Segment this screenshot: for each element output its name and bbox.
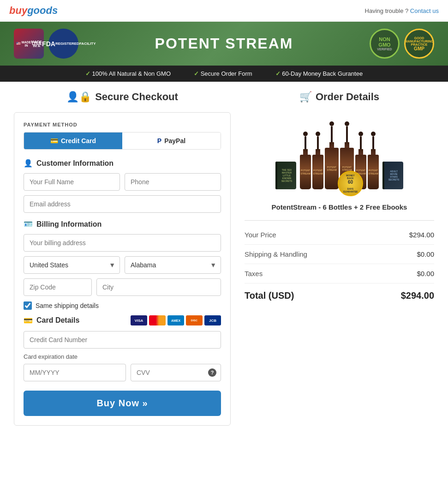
cvv-help-icon[interactable]: ? — [208, 368, 216, 377]
credit-card-tab-label: Credit Card — [61, 137, 96, 145]
person-icon: 👤 — [24, 159, 33, 168]
bottle-6: POTENTSTREAM — [368, 132, 379, 189]
total-label: Total (USD) — [245, 290, 294, 301]
product-name-text: PotentStream - 6 Bottles + 2 Free Ebooks — [245, 203, 434, 211]
customer-info-title: 👤 Customer Information — [24, 159, 221, 168]
trouble-text: Having trouble ? — [365, 7, 409, 14]
paypal-tab-label: PayPal — [164, 137, 185, 145]
phone-input[interactable] — [125, 173, 221, 191]
taxes-value: $0.00 — [417, 270, 434, 277]
discover-icon: DISC — [186, 315, 203, 325]
credit-card-tab[interactable]: 💳 Credit Card — [24, 133, 122, 149]
nongmo-line2: GMO — [378, 42, 390, 48]
bottle-2: POTENTSTREAM — [312, 132, 323, 189]
site-header: buygoods Having trouble ? Contact us — [0, 0, 448, 22]
checkout-title: 👤🔒 Secure Checkout — [14, 91, 231, 103]
email-input[interactable] — [24, 195, 221, 213]
total-value: $294.00 — [401, 290, 434, 301]
ebook-1: THE SEX MASTERLITTLE KNOWNSECRETS — [275, 162, 296, 189]
bottle-1: POTENTSTREAM — [300, 132, 311, 189]
card-number-input[interactable] — [24, 331, 221, 349]
main-content: 👤🔒 Secure Checkout PAYMENT METHOD 💳 Cred… — [0, 82, 448, 435]
gmp-line2: MANUFACTURING — [405, 40, 434, 43]
zip-input[interactable] — [24, 278, 92, 296]
secure-icon: 👤🔒 — [66, 91, 91, 103]
paypal-icon: P — [157, 137, 161, 145]
shipping-row: Shipping & Handling $0.00 — [245, 245, 434, 264]
non-gmo-badge: NON GMO VERIFIED — [370, 29, 400, 59]
zip-city-row — [24, 278, 221, 296]
trust-item-3: 60-Day Money Back Gurantee — [275, 70, 363, 77]
contact-link[interactable]: Contact us — [410, 7, 439, 14]
name-phone-row — [24, 173, 221, 191]
bottle-3: POTENTSTREAM — [325, 121, 339, 189]
same-shipping-row: Same shipping details — [24, 301, 221, 310]
site-logo: buygoods — [9, 5, 58, 17]
paypal-tab[interactable]: P PayPal — [122, 133, 221, 149]
total-row: Total (USD) $294.00 — [245, 283, 434, 308]
card-number-row — [24, 331, 221, 349]
expiry-input[interactable] — [24, 364, 126, 381]
full-name-input[interactable] — [24, 173, 120, 191]
taxes-row: Taxes $0.00 — [245, 264, 434, 283]
country-wrapper: United States Canada United Kingdom Aust… — [24, 256, 120, 274]
payment-tabs: 💳 Credit Card P PayPal — [24, 132, 221, 150]
fda-line2: FDA — [42, 40, 55, 48]
billing-icon: 🪪 — [24, 220, 33, 229]
your-price-label: Your Price — [245, 231, 276, 239]
taxes-label: Taxes — [245, 270, 263, 277]
product-visual: THE SEX MASTERLITTLE KNOWNSECRETS POTENT… — [245, 112, 434, 199]
address-row — [24, 234, 221, 252]
cvv-input[interactable] — [131, 364, 221, 381]
card-icon: 💳 — [24, 316, 33, 325]
trust-item-2: Secure Order Form — [194, 70, 252, 77]
billing-address-input[interactable] — [24, 234, 221, 252]
money-back-badge: MONEYBACK60DAYSGUARANTEE — [338, 171, 363, 196]
billing-info-title: 🪪 Billing Information — [24, 220, 221, 229]
shipping-label: Shipping & Handling — [245, 250, 307, 258]
header-help: Having trouble ? Contact us — [365, 7, 439, 14]
buy-now-button[interactable]: Buy Now » — [24, 391, 221, 416]
order-details-title: 🛒 Order Details — [245, 91, 434, 103]
nongmo-line3: VERIFIED — [377, 48, 392, 51]
same-shipping-label[interactable]: Same shipping details — [36, 302, 99, 309]
ebook-2: ADULTMOVIESTARSSECRETS — [382, 162, 403, 189]
card-icons-row: VISA AMEX DISC JCB — [131, 315, 221, 325]
country-state-row: United States Canada United Kingdom Aust… — [24, 256, 221, 274]
gmp-line1: GOOD — [414, 36, 424, 40]
customer-info-label: Customer Information — [36, 159, 113, 168]
payment-box: PAYMENT METHOD 💳 Credit Card P PayPal 👤 … — [14, 112, 231, 426]
usa-badge-line1: MADE IN — [21, 41, 32, 47]
your-price-row: Your Price $294.00 — [245, 225, 434, 245]
country-select[interactable]: United States Canada United Kingdom Aust… — [24, 256, 120, 274]
order-column: 🛒 Order Details THE SEX MASTERLITTLE KNO… — [245, 91, 434, 426]
bottles-container: THE SEX MASTERLITTLE KNOWNSECRETS POTENT… — [275, 112, 403, 199]
shipping-value: $0.00 — [417, 250, 434, 258]
amex-icon: AMEX — [167, 315, 184, 325]
jcb-icon: JCB — [204, 315, 221, 325]
visa-icon: VISA — [131, 315, 147, 325]
fda-line1: MADE IN A — [31, 40, 42, 48]
mastercard-icon — [149, 315, 166, 325]
same-shipping-checkbox[interactable] — [24, 301, 32, 310]
state-wrapper: Alabama Alaska Arizona Arkansas Californ… — [125, 256, 221, 274]
city-input[interactable] — [96, 278, 221, 296]
card-details-title-wrapper: 💳 Card Details — [24, 316, 79, 325]
card-details-label: Card Details — [36, 316, 79, 325]
gmp-line3: PRACTICE — [411, 43, 428, 46]
credit-card-icon: 💳 — [50, 137, 58, 145]
trust-bar: 100% All Natural & Non GMO Secure Order … — [0, 66, 448, 82]
fda-badge: MADE IN A FDA REGISTERED FACILITY — [48, 29, 78, 59]
cart-icon: 🛒 — [299, 91, 312, 103]
order-details-label: Order Details — [316, 91, 379, 103]
banner-left-badges: 🇺🇸MADE INUSA MADE IN A FDA REGISTERED FA… — [14, 29, 78, 59]
state-select[interactable]: Alabama Alaska Arizona Arkansas Californ… — [125, 256, 221, 274]
product-banner: 🇺🇸MADE INUSA MADE IN A FDA REGISTERED FA… — [0, 22, 448, 66]
bottle-4: POTENTSTREAM MONEYBACK60DAYSGUARANTEE — [340, 121, 354, 189]
card-details-header: 💳 Card Details VISA AMEX DISC JCB — [24, 315, 221, 325]
your-price-value: $294.00 — [409, 231, 434, 239]
fda-line3: REGISTERED — [55, 42, 79, 46]
buy-now-label: Buy Now » — [96, 398, 148, 408]
banner-right-badges: NON GMO VERIFIED GOOD MANUFACTURING PRAC… — [370, 29, 434, 59]
banner-title: POTENT STREAM — [78, 35, 370, 52]
